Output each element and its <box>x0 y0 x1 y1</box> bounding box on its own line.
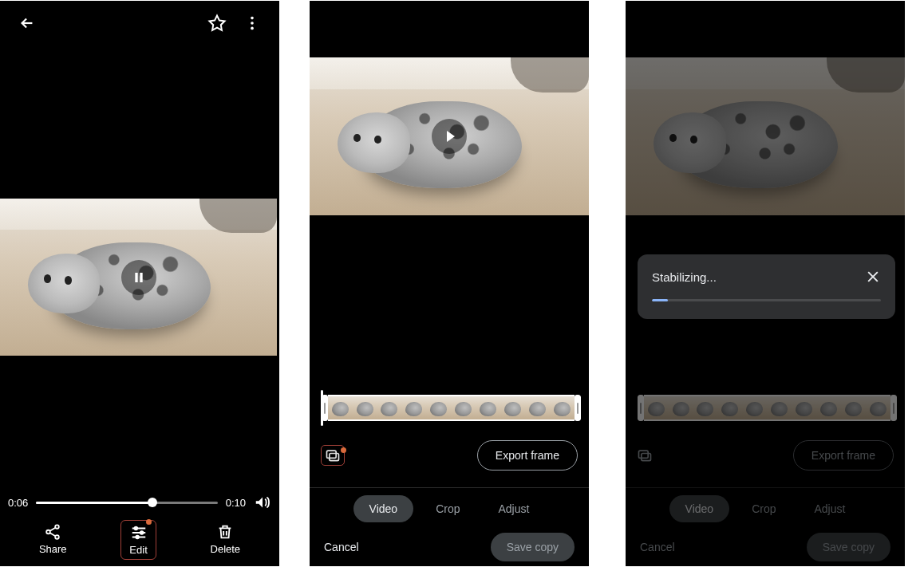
tune-icon <box>130 524 148 541</box>
svg-point-2 <box>251 27 254 30</box>
volume-button[interactable] <box>254 494 271 511</box>
svg-rect-4 <box>140 273 142 282</box>
progress-bar <box>652 299 881 301</box>
video-content <box>0 199 277 356</box>
svg-point-6 <box>46 530 50 534</box>
total-time: 0:10 <box>226 497 246 509</box>
more-vert-icon <box>243 14 261 32</box>
preview-content <box>310 57 589 215</box>
progress-fill <box>652 299 668 301</box>
play-icon <box>447 131 455 142</box>
trash-icon <box>216 523 234 541</box>
export-frame-button[interactable]: Export frame <box>477 440 578 471</box>
tab-video[interactable]: Video <box>353 495 414 522</box>
delete-button[interactable]: Delete <box>203 520 249 560</box>
favorite-button[interactable] <box>201 7 233 39</box>
mode-tabs: Video Crop Adjust <box>310 487 589 529</box>
svg-point-9 <box>140 531 143 534</box>
stabilizing-screen: Export frame Video Crop Adjust Cancel Sa… <box>626 1 905 566</box>
close-icon <box>865 269 881 285</box>
svg-point-5 <box>55 525 59 529</box>
delete-label: Delete <box>211 543 241 555</box>
pause-button[interactable] <box>121 260 156 295</box>
current-time: 0:06 <box>8 497 28 509</box>
timeline-playhead[interactable] <box>321 390 323 426</box>
video-viewer-screen: 0:06 0:10 Share Edit Delete <box>0 1 279 566</box>
arrow-left-icon <box>18 14 36 32</box>
svg-rect-11 <box>327 451 337 458</box>
svg-rect-3 <box>135 273 137 282</box>
svg-point-7 <box>55 535 59 539</box>
pause-icon <box>132 271 145 284</box>
volume-icon <box>254 494 271 511</box>
timeline-frames[interactable] <box>328 395 575 421</box>
trim-timeline[interactable] <box>322 395 581 421</box>
video-scrubber: 0:06 0:10 <box>8 490 271 515</box>
dialog-title: Stabilizing... <box>652 270 717 284</box>
tab-adjust[interactable]: Adjust <box>483 495 546 522</box>
editor-bottom-bar: Cancel Save copy <box>310 528 589 566</box>
share-label: Share <box>39 543 67 555</box>
stabilize-button[interactable] <box>321 445 345 466</box>
share-button[interactable]: Share <box>31 520 75 560</box>
video-frame[interactable] <box>0 199 277 356</box>
svg-point-0 <box>251 17 254 20</box>
more-button[interactable] <box>236 7 268 39</box>
scrubber-thumb[interactable] <box>148 498 157 507</box>
stabilize-icon <box>325 448 341 463</box>
svg-point-10 <box>136 536 139 539</box>
scrubber-progress <box>36 502 152 504</box>
export-row: Export frame <box>321 439 578 471</box>
play-button[interactable] <box>432 119 467 154</box>
svg-rect-12 <box>330 454 339 461</box>
edit-label: Edit <box>129 544 147 556</box>
stabilizing-dialog: Stabilizing... <box>638 254 895 319</box>
share-icon <box>44 523 61 541</box>
scrubber-track[interactable] <box>36 502 217 504</box>
back-button[interactable] <box>11 7 43 39</box>
cancel-button[interactable]: Cancel <box>324 541 359 553</box>
video-editor-screen: Export frame Video Crop Adjust Cancel Sa… <box>310 1 589 566</box>
edit-button[interactable]: Edit <box>120 520 156 560</box>
tab-crop[interactable]: Crop <box>420 495 476 522</box>
edit-indicator-dot <box>146 519 152 525</box>
dialog-close-button[interactable] <box>865 269 881 285</box>
svg-point-1 <box>251 22 254 25</box>
save-copy-button[interactable]: Save copy <box>491 533 575 561</box>
star-outline-icon <box>207 14 227 33</box>
trim-handle-right[interactable] <box>575 395 581 421</box>
bottom-actions: Share Edit Delete <box>0 515 279 566</box>
editor-preview <box>310 2 589 270</box>
svg-point-8 <box>134 527 137 530</box>
top-bar <box>0 1 279 45</box>
stabilize-indicator-dot <box>341 447 346 453</box>
